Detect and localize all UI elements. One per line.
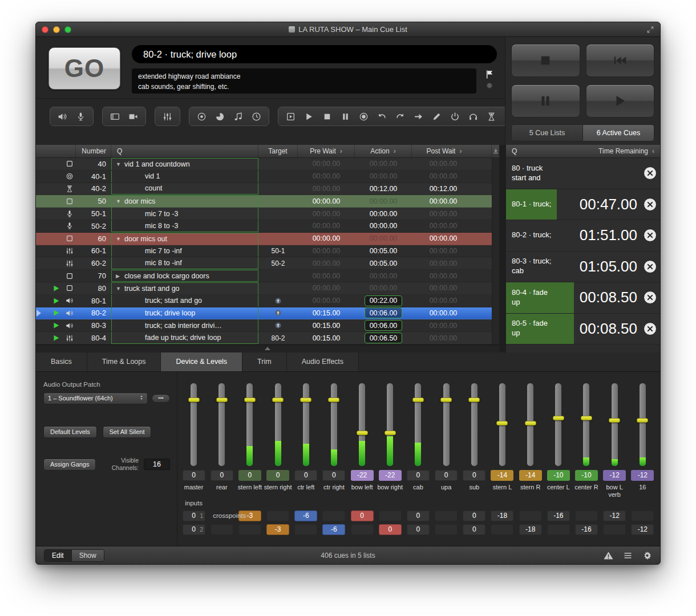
cue-row-40-2[interactable]: 40-2count00:00.0000:12.0000:12.00 — [36, 183, 492, 196]
fader-handle[interactable] — [637, 418, 648, 423]
video-cue-button[interactable] — [110, 112, 120, 121]
active-cue-row[interactable]: 80 · truck start and — [506, 158, 660, 189]
fader-value[interactable]: 0 — [211, 470, 233, 481]
tab-6-active-cues[interactable]: 6 Active Cues — [583, 125, 654, 141]
action-value[interactable]: 00:06.50 — [365, 333, 403, 343]
record-cue-button[interactable] — [359, 112, 369, 121]
column-header-pre-wait[interactable]: Pre Wait› — [298, 145, 355, 157]
disclosure-open-icon[interactable]: ▼ — [116, 198, 124, 204]
fader-track[interactable] — [331, 383, 337, 466]
target-cue-button[interactable] — [197, 112, 207, 121]
assign-gangs-button[interactable]: Assign Gangs — [43, 459, 96, 471]
action-value[interactable]: 00:06.00 — [365, 307, 403, 318]
goto-cue-button[interactable] — [414, 112, 423, 121]
tab-audio-effects[interactable]: Audio Effects — [287, 352, 359, 371]
cue-name-cell[interactable]: mic 8 to -inf — [111, 257, 258, 269]
fader-handle[interactable] — [244, 398, 256, 402]
fader-value[interactable]: 0 — [294, 470, 317, 481]
fader-track[interactable] — [218, 383, 225, 466]
action-value[interactable]: 00:22.00 — [365, 295, 403, 306]
mic-cue-button[interactable] — [76, 112, 86, 121]
fader-value[interactable]: -22 — [351, 470, 374, 481]
crosspoint-value[interactable]: 0 — [351, 510, 374, 521]
undo-cue-button[interactable] — [377, 112, 387, 121]
cue-name-cell[interactable]: mic 7 to -3 — [111, 208, 258, 220]
fader-handle[interactable] — [440, 398, 452, 402]
crosspoint-value[interactable]: 0 — [463, 510, 485, 521]
cue-name-cell[interactable]: truck; cab interior drivi… — [111, 319, 258, 331]
fader-value[interactable]: -12 — [603, 470, 626, 481]
tab-trim[interactable]: Trim — [242, 352, 287, 371]
list-view-icon[interactable] — [623, 551, 633, 560]
cue-row-60-1[interactable]: 60-1mic 7 to -inf50-100:00.0000:05.0000:… — [36, 245, 492, 258]
crosspoint-value[interactable]: 0 — [407, 524, 430, 535]
column-header-number[interactable]: Number — [76, 145, 111, 157]
fader-handle[interactable] — [609, 418, 620, 423]
crosspoint-value[interactable]: -18 — [519, 524, 542, 535]
tab-5-cue-lists[interactable]: 5 Cue Lists — [512, 125, 583, 141]
headphones-cue-button[interactable] — [468, 112, 478, 121]
clock-cue-button[interactable] — [252, 112, 261, 121]
active-cue-row[interactable]: 80-5 · fade up00:08.50 — [506, 314, 660, 345]
active-cue-row[interactable]: 80-3 · truck; cab01:05.00 — [506, 252, 660, 283]
fader-track[interactable] — [612, 383, 618, 466]
play-cue-button[interactable] — [304, 112, 314, 121]
crosspoint-value[interactable]: -12 — [603, 510, 626, 521]
tab-basics[interactable]: Basics — [36, 352, 87, 371]
fader-handle[interactable] — [412, 398, 424, 402]
fader-track[interactable] — [471, 383, 478, 466]
fader-track[interactable] — [191, 383, 197, 466]
cue-row-40[interactable]: 40▼vid 1 and countdown00:00.0000:00.0000… — [36, 158, 492, 171]
fader-value[interactable]: 0 — [407, 470, 430, 481]
set-all-silent-button[interactable]: Set All Silent — [103, 426, 152, 438]
crosspoint-value[interactable]: -12 — [631, 524, 654, 535]
cue-notes[interactable]: extended highway road ambiance cab sound… — [132, 68, 476, 94]
crosspoint-value[interactable]: -6 — [322, 524, 345, 535]
cue-row-50-2[interactable]: 50-2mic 8 to -300:00.0000:00.0000:00.00 — [36, 220, 492, 233]
stop-active-cue-button[interactable] — [644, 260, 657, 273]
fader-handle[interactable] — [357, 431, 368, 435]
play-button[interactable] — [586, 84, 655, 117]
fader-value[interactable]: -10 — [575, 470, 598, 481]
column-header-time-remaining[interactable]: Time Remaining‹ — [598, 147, 654, 155]
cue-row-80-4[interactable]: 80-4fade up truck; drive loop80-200:15.0… — [36, 332, 492, 345]
fader-value[interactable]: 0 — [238, 470, 261, 481]
column-header-active-q[interactable]: Q — [512, 147, 517, 155]
stop-active-cue-button[interactable] — [644, 167, 657, 180]
pause-cue-button[interactable] — [341, 112, 350, 121]
disclosure-open-icon[interactable]: ▼ — [116, 236, 124, 242]
go-button[interactable]: GO — [48, 47, 120, 90]
fader-handle[interactable] — [553, 416, 564, 420]
active-cue-row[interactable]: 80-4 · fade up00:08.50 — [506, 282, 660, 314]
stop-active-cue-button[interactable] — [644, 198, 657, 211]
audio-output-patch-select[interactable]: 1 – Soundflower (64ch) — [43, 392, 148, 404]
cue-name-cell[interactable]: ▶close and lock cargo doors — [111, 270, 258, 282]
title-bar[interactable]: LA RUTA SHOW – Main Cue List — [36, 22, 660, 37]
cue-row-80-1[interactable]: 80-1truck; start and go00:00.0000:22.000… — [36, 295, 492, 307]
crosspoint-value[interactable]: -18 — [491, 510, 513, 521]
disclosure-closed-icon[interactable]: ▶ — [116, 273, 124, 279]
stop-active-cue-button[interactable] — [644, 229, 657, 242]
crosspoint-value[interactable]: -16 — [575, 524, 598, 535]
column-header-action[interactable]: Action› — [355, 145, 412, 157]
cue-row-60[interactable]: 60▼door mics out00:00.0000:00.0000:00.00 — [36, 233, 492, 245]
cue-row-80-2[interactable]: 80-2truck; drive loop00:15.0000:06.0000:… — [36, 307, 492, 320]
fader-handle[interactable] — [300, 398, 311, 402]
fader-track[interactable] — [640, 383, 646, 466]
cue-row-70[interactable]: 70▶close and lock cargo doors00:00.0000:… — [36, 270, 492, 282]
cue-name-cell[interactable]: mic 8 to -3 — [111, 220, 258, 232]
action-value[interactable]: 00:06.00 — [365, 320, 403, 331]
speaker-cue-button[interactable] — [58, 112, 67, 121]
minimize-button[interactable] — [53, 26, 60, 33]
column-header-q[interactable]: Q — [111, 145, 258, 157]
cue-name-cell[interactable]: ▼door mics — [111, 195, 258, 207]
pie-cue-button[interactable] — [215, 112, 225, 121]
fader-value[interactable]: 0 — [463, 470, 485, 481]
tab-device-levels[interactable]: Device & Levels — [161, 352, 242, 371]
fader-handle[interactable] — [328, 398, 339, 402]
cue-row-80-3[interactable]: 80-3truck; cab interior drivi…00:15.0000… — [36, 319, 492, 332]
rewind-button[interactable] — [586, 44, 655, 77]
fader-handle[interactable] — [272, 398, 284, 402]
cue-name-cell[interactable]: ▼vid 1 and countdown — [111, 158, 258, 170]
cue-name-cell[interactable]: ▼door mics out — [111, 233, 258, 245]
